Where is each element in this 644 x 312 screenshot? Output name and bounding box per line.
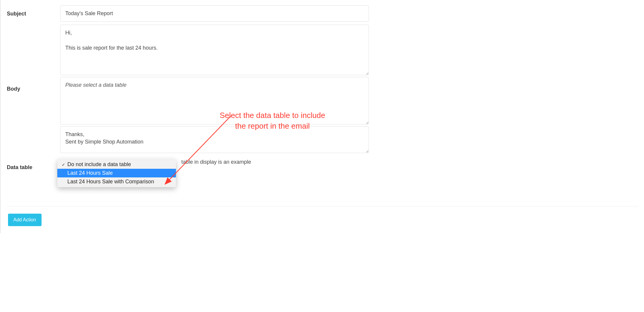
subject-label: Subject <box>7 5 60 17</box>
dropdown-option-last24-compare[interactable]: Last 24 Hours Sale with Comparison <box>57 177 176 186</box>
body-label: Body <box>7 86 60 92</box>
divider <box>7 206 638 207</box>
dropdown-option-none[interactable]: ✓ Do not include a data table <box>57 160 176 169</box>
body-textarea-placeholder[interactable] <box>60 77 369 125</box>
data-table-dropdown[interactable]: ✓ Do not include a data table Last 24 Ho… <box>57 159 176 187</box>
body-textarea-top[interactable] <box>60 25 369 75</box>
body-textarea-bottom[interactable] <box>60 126 369 153</box>
data-table-label: Data table <box>7 159 60 171</box>
add-action-button[interactable]: Add Action <box>8 214 42 226</box>
dropdown-option-label: Last 24 Hours Sale with Comparison <box>67 179 154 185</box>
data-table-hint: table in display is an example <box>181 155 251 165</box>
dropdown-option-label: Do not include a data table <box>67 161 131 168</box>
dropdown-option-last24[interactable]: Last 24 Hours Sale <box>57 169 176 177</box>
dropdown-option-label: Last 24 Hours Sale <box>67 170 113 176</box>
subject-input[interactable] <box>60 5 369 22</box>
checkmark-icon: ✓ <box>60 162 67 167</box>
